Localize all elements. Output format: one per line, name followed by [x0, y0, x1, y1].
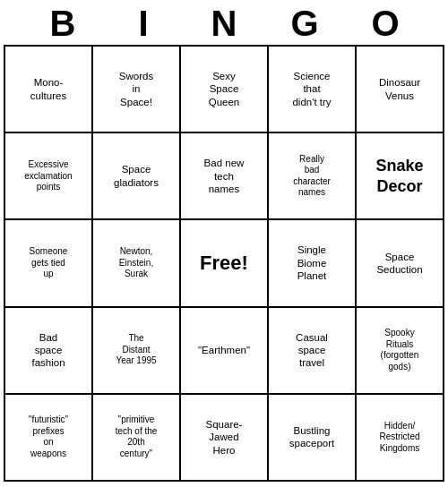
- bingo-cell-6[interactable]: Space gladiators: [93, 133, 181, 220]
- bingo-cell-22[interactable]: Square- Jawed Hero: [181, 395, 269, 482]
- bingo-cell-2[interactable]: Sexy Space Queen: [181, 47, 269, 133]
- letter-o: O: [345, 5, 426, 41]
- bingo-cell-19[interactable]: Spooky Rituals (forgotten gods): [357, 308, 444, 395]
- bingo-grid: Mono- culturesSwords in Space!Sexy Space…: [4, 45, 444, 482]
- bingo-cell-23[interactable]: Bustling spaceport: [269, 395, 357, 482]
- bingo-cell-13[interactable]: Single Biome Planet: [269, 220, 357, 307]
- bingo-cell-15[interactable]: Bad space fashion: [5, 308, 93, 395]
- bingo-cell-5[interactable]: Excessive exclamation points: [5, 133, 93, 220]
- bingo-cell-20[interactable]: "futuristic" prefixes on weapons: [5, 395, 93, 482]
- bingo-cell-1[interactable]: Swords in Space!: [93, 47, 181, 133]
- letter-b: B: [22, 5, 103, 41]
- bingo-cell-7[interactable]: Bad new tech names: [181, 133, 269, 220]
- bingo-cell-9[interactable]: Snake Decor: [357, 133, 444, 220]
- bingo-cell-17[interactable]: "Earthmen": [181, 308, 269, 395]
- bingo-header: B I N G O: [0, 0, 448, 45]
- bingo-cell-12[interactable]: Free!: [181, 220, 269, 307]
- bingo-cell-4[interactable]: Dinosaur Venus: [357, 47, 444, 133]
- bingo-cell-24[interactable]: Hidden/ Restricted Kingdoms: [357, 395, 444, 482]
- letter-g: G: [264, 5, 345, 41]
- bingo-cell-14[interactable]: Space Seduction: [357, 220, 444, 307]
- letter-n: N: [184, 5, 264, 41]
- bingo-cell-0[interactable]: Mono- cultures: [5, 47, 93, 133]
- bingo-cell-11[interactable]: Newton, Einstein, Surak: [93, 220, 181, 307]
- bingo-cell-16[interactable]: The Distant Year 1995: [93, 308, 181, 395]
- bingo-cell-18[interactable]: Casual space travel: [269, 308, 357, 395]
- letter-i: I: [103, 5, 184, 41]
- bingo-cell-21[interactable]: "primitive tech of the 20th century": [93, 395, 181, 482]
- bingo-cell-8[interactable]: Really bad character names: [269, 133, 357, 220]
- bingo-cell-3[interactable]: Science that didn't try: [269, 47, 357, 133]
- bingo-cell-10[interactable]: Someone gets tied up: [5, 220, 93, 307]
